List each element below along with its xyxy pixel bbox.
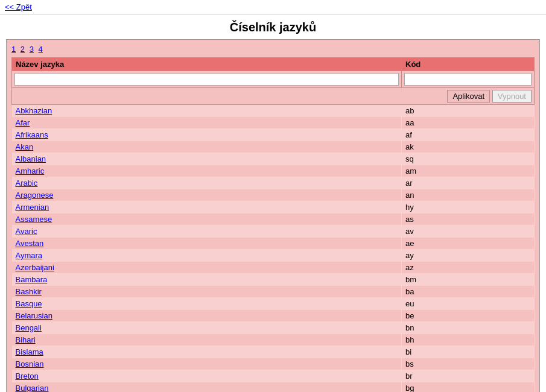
- table-row: Avaricav: [12, 226, 535, 238]
- page-4-link[interactable]: 4: [39, 45, 43, 54]
- row-name-link[interactable]: Bambara: [16, 275, 48, 284]
- table-row: Basqueeu: [12, 298, 535, 310]
- row-code: bn: [402, 322, 535, 334]
- row-name-link[interactable]: Akan: [16, 142, 34, 151]
- table-row: Avestanae: [12, 238, 535, 250]
- row-name-link[interactable]: Bengali: [16, 323, 42, 332]
- row-name-link[interactable]: Belarusian: [16, 311, 52, 320]
- row-code: am: [402, 165, 535, 177]
- table-row: Aymaraay: [12, 250, 535, 262]
- table-row: Armenianhy: [12, 201, 535, 213]
- row-code: as: [402, 213, 535, 226]
- row-code: aa: [402, 117, 535, 129]
- row-name-link[interactable]: Amharic: [16, 166, 45, 175]
- row-name-link[interactable]: Avaric: [16, 227, 37, 236]
- row-name-link[interactable]: Aymara: [16, 251, 43, 260]
- row-code: sq: [402, 153, 535, 165]
- filter-code-input[interactable]: [404, 73, 532, 86]
- row-code: af: [402, 129, 535, 141]
- row-name-link[interactable]: Avestan: [16, 239, 44, 248]
- table-row: Azerbaijaniaz: [12, 262, 535, 274]
- table-row: Akanak: [12, 141, 535, 153]
- row-name-link[interactable]: Azerbaijani: [16, 263, 54, 272]
- off-button[interactable]: Vypnout: [492, 90, 532, 103]
- row-code: eu: [402, 298, 535, 310]
- row-code: ba: [402, 286, 535, 298]
- apply-button[interactable]: Aplikovat: [447, 90, 490, 103]
- row-name-link[interactable]: Abkhazian: [16, 106, 52, 115]
- row-code: ak: [402, 141, 535, 153]
- table-row: Afrikaansaf: [12, 129, 535, 141]
- row-name-link[interactable]: Aragonese: [16, 191, 54, 200]
- row-code: br: [402, 370, 535, 382]
- row-name-link[interactable]: Afar: [16, 118, 30, 127]
- table-row: Assameseas: [12, 213, 535, 226]
- table-row: Bambarabm: [12, 274, 535, 286]
- table-row: Biharibh: [12, 334, 535, 346]
- main-container: 1 2 3 4 Název jazyka Kód Aplikovat: [6, 39, 540, 392]
- table-row: Bretonbr: [12, 370, 535, 382]
- row-name-link[interactable]: Bislama: [16, 347, 43, 356]
- pagination: 1 2 3 4: [11, 45, 535, 54]
- row-code: av: [402, 226, 535, 238]
- row-name-link[interactable]: Breton: [16, 371, 39, 381]
- table-row: Belarusianbe: [12, 310, 535, 322]
- table-row: Arabicar: [12, 177, 535, 189]
- row-code: bg: [402, 382, 535, 393]
- table-row: Amharicam: [12, 165, 535, 177]
- row-name-link[interactable]: Bulgarian: [16, 384, 49, 392]
- filter-row: [12, 71, 535, 88]
- back-link[interactable]: << Zpět: [5, 2, 32, 11]
- row-code: bi: [402, 346, 535, 358]
- row-name-link[interactable]: Arabic: [16, 179, 38, 188]
- table-row: Bosnianbs: [12, 358, 535, 370]
- row-name-link[interactable]: Afrikaans: [16, 130, 48, 139]
- col-header-code: Kód: [402, 58, 535, 71]
- filter-name-input[interactable]: [14, 73, 399, 86]
- table-row: Abkhazianab: [12, 105, 535, 117]
- table-row: Aragonesean: [12, 189, 535, 201]
- row-name-link[interactable]: Bihari: [16, 335, 36, 344]
- page-title: Číselník jazyků: [0, 14, 546, 39]
- row-code: bm: [402, 274, 535, 286]
- table-row: Bislamabi: [12, 346, 535, 358]
- page-3-link[interactable]: 3: [30, 45, 34, 54]
- page-2-link[interactable]: 2: [21, 45, 25, 54]
- row-code: az: [402, 262, 535, 274]
- table-row: Bulgarianbg: [12, 382, 535, 393]
- row-name-link[interactable]: Bashkir: [16, 287, 42, 296]
- page-1-link[interactable]: 1: [11, 45, 16, 54]
- row-code: ab: [402, 105, 535, 117]
- row-code: bh: [402, 334, 535, 346]
- row-code: ar: [402, 177, 535, 189]
- row-code: an: [402, 189, 535, 201]
- row-name-link[interactable]: Albanian: [16, 154, 46, 163]
- row-code: hy: [402, 201, 535, 213]
- row-name-link[interactable]: Assamese: [16, 215, 52, 224]
- row-name-link[interactable]: Armenian: [16, 203, 49, 212]
- data-table: Název jazyka Kód Aplikovat Vypnout Abkha…: [11, 57, 535, 392]
- row-code: ay: [402, 250, 535, 262]
- row-name-link[interactable]: Basque: [16, 299, 42, 308]
- row-code: be: [402, 310, 535, 322]
- row-name-link[interactable]: Bosnian: [16, 359, 44, 368]
- table-row: Afaraa: [12, 117, 535, 129]
- row-code: ae: [402, 238, 535, 250]
- table-row: Bashkirba: [12, 286, 535, 298]
- row-code: bs: [402, 358, 535, 370]
- table-row: Albaniansq: [12, 153, 535, 165]
- col-header-name: Název jazyka: [12, 58, 402, 71]
- table-row: Bengalibn: [12, 322, 535, 334]
- button-row: Aplikovat Vypnout: [12, 88, 535, 105]
